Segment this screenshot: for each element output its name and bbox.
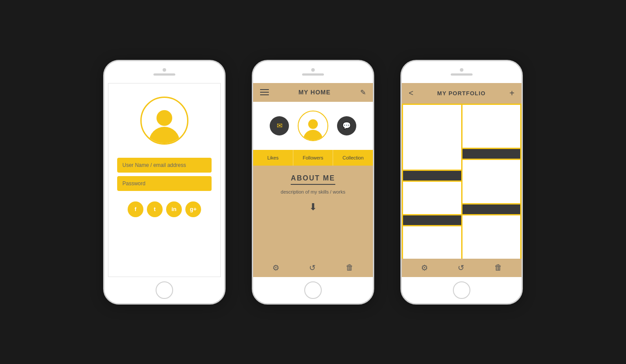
refresh-icon[interactable]: ↺ (309, 263, 316, 273)
googleplus-button[interactable]: g+ (185, 201, 201, 217)
phone-camera-2 (311, 68, 315, 72)
avatar-body (149, 127, 180, 143)
home-button-3[interactable] (453, 281, 470, 299)
profile-head (308, 119, 318, 129)
home-title: MY HOME (299, 89, 331, 96)
home-button-2[interactable] (304, 281, 322, 299)
phone-top-2 (253, 61, 373, 83)
home-bottom-bar: ⚙ ↺ 🗑 (253, 259, 373, 277)
portfolio-cell-right-top (463, 105, 521, 148)
tab-likes[interactable]: Likes (253, 150, 293, 166)
hamburger-line-1 (260, 89, 269, 90)
portfolio-screen: < MY PORTFOLIO + (402, 83, 522, 277)
tab-collection[interactable]: Collection (333, 150, 373, 166)
app-header: MY HOME ✎ (253, 83, 373, 102)
social-icons-row: f t in g+ (128, 201, 201, 217)
down-arrow-icon: ⬇ (309, 201, 317, 213)
hamburger-line-2 (260, 92, 269, 93)
avatar-circle (140, 97, 188, 145)
portfolio-cell-left-top (403, 105, 461, 170)
portfolio-dark-bar-left-2 (403, 215, 461, 225)
portfolio-title: MY PORTFOLIO (437, 90, 486, 97)
scene: f t in g+ MY HOME ✎ (86, 42, 540, 322)
trash-icon[interactable]: 🗑 (346, 263, 354, 272)
portfolio-settings-icon[interactable]: ⚙ (421, 263, 428, 273)
home-button-1[interactable] (156, 281, 173, 299)
portfolio-cell-right-bot (463, 215, 521, 259)
portfolio-bottom-bar: ⚙ ↺ 🗑 (402, 259, 522, 277)
portfolio-dark-bar-left-1 (403, 171, 461, 180)
portfolio-cell-right-mid (463, 160, 521, 203)
settings-icon[interactable]: ⚙ (272, 263, 279, 273)
tab-followers[interactable]: Followers (293, 150, 334, 166)
phone-camera-1 (163, 68, 166, 72)
envelope-icon: ✉ (277, 121, 282, 130)
portfolio-cell-left-mid (403, 182, 461, 214)
portfolio-grid (402, 104, 522, 259)
phone-speaker-2 (302, 73, 324, 76)
back-icon[interactable]: < (409, 89, 414, 98)
phone-portfolio: < MY PORTFOLIO + (400, 60, 523, 305)
edit-icon[interactable]: ✎ (360, 88, 366, 97)
avatar-head (156, 110, 172, 126)
twitter-button[interactable]: t (147, 201, 163, 217)
chat-button[interactable]: 💬 (337, 116, 356, 135)
add-icon[interactable]: + (509, 88, 515, 98)
profile-body (303, 130, 323, 140)
login-screen: f t in g+ (108, 83, 221, 277)
phone-camera-3 (460, 68, 463, 72)
about-description: description of my skills / works (281, 189, 345, 194)
phone-top-3 (402, 61, 522, 83)
portfolio-refresh-icon[interactable]: ↺ (458, 263, 464, 273)
phone-home: MY HOME ✎ ✉ 💬 Likes Follo (252, 60, 374, 305)
avatar-person (149, 110, 180, 143)
phone-speaker-3 (451, 73, 473, 76)
password-input[interactable] (117, 176, 212, 191)
profile-person (303, 119, 323, 140)
phone-bottom-3 (402, 277, 522, 303)
tabs-bar: Likes Followers Collection (253, 150, 373, 166)
chat-icon: 💬 (342, 121, 351, 130)
portfolio-cell-left-bot (403, 226, 461, 259)
home-screen: MY HOME ✎ ✉ 💬 Likes Follo (253, 83, 373, 277)
message-button[interactable]: ✉ (270, 116, 289, 135)
hamburger-line-3 (260, 94, 269, 95)
linkedin-button[interactable]: in (166, 201, 182, 217)
phone-bottom-2 (253, 277, 373, 303)
facebook-button[interactable]: f (128, 201, 143, 217)
about-section: ABOUT ME description of my skills / work… (253, 166, 373, 259)
portfolio-dark-bar-right-1 (463, 149, 521, 159)
phone-speaker-1 (153, 73, 175, 76)
phone-bottom-1 (104, 277, 224, 303)
portfolio-dark-bar-right-2 (463, 205, 521, 214)
phone-login: f t in g+ (103, 60, 226, 305)
username-input[interactable] (117, 158, 212, 173)
profile-avatar (298, 111, 328, 141)
portfolio-trash-icon[interactable]: 🗑 (494, 263, 502, 272)
hamburger-icon[interactable] (260, 89, 269, 95)
phone-top-1 (104, 61, 224, 83)
about-title: ABOUT ME (291, 174, 335, 185)
profile-section: ✉ 💬 (253, 102, 373, 150)
portfolio-header: < MY PORTFOLIO + (402, 83, 522, 104)
